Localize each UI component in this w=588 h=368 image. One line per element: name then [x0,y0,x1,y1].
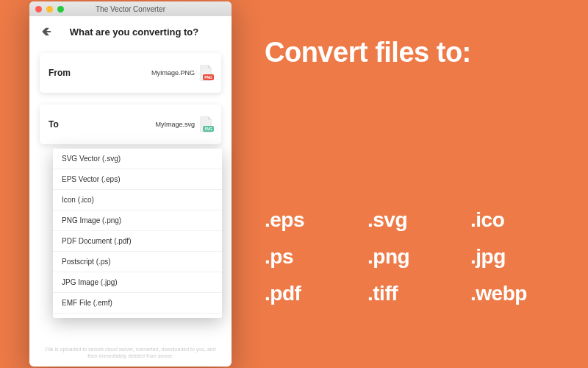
dropdown-item[interactable]: Postscript (.ps) [53,252,222,272]
to-label: To [49,119,59,130]
dropdown-item[interactable]: PDF Document (.pdf) [53,231,222,252]
to-value: MyImage.svg SVG [155,116,212,132]
dropdown-item[interactable]: EMF File (.emf) [53,293,222,314]
titlebar: The Vector Converter [29,1,232,16]
file-icon: PNG [199,65,212,81]
window-title: The Vector Converter [29,5,232,13]
dropdown-item[interactable]: EPS Vector (.eps) [53,169,222,190]
format-dropdown: SVG Vector (.svg) EPS Vector (.eps) Icon… [53,149,222,318]
dropdown-item[interactable]: JPG Image (.jpg) [53,272,222,293]
format-label: .webp [470,282,566,305]
back-arrow-icon[interactable] [40,25,53,38]
format-label: .svg [368,208,463,232]
dropdown-item[interactable]: Icon (.ico) [53,190,222,210]
format-label: .tiff [368,282,463,305]
format-label: .ico [470,208,566,232]
format-label: .eps [265,208,360,232]
format-label: .png [368,245,463,269]
disclaimer-text: File is uploaded to secure cloud server,… [40,346,221,359]
app-window: The Vector Converter What are you conver… [29,1,232,367]
png-badge: PNG [203,74,214,80]
format-label: .pdf [265,282,360,305]
app-body: What are you converting to? From MyImage… [29,16,232,367]
formats-grid: .eps .svg .ico .ps .png .jpg .pdf .tiff … [265,208,566,305]
promo-panel: Convert files to: .eps .svg .ico .ps .pn… [265,37,566,305]
from-label: From [49,68,71,78]
promo-title: Convert files to: [265,37,566,68]
header-row: What are you converting to? [40,25,221,38]
file-icon: SVG [199,116,212,132]
format-label: .jpg [470,245,566,269]
from-filename: MyImage.PNG [151,69,195,77]
dropdown-item[interactable]: SVG Vector (.svg) [53,149,222,169]
to-filename: MyImage.svg [155,121,195,128]
page-title: What are you converting to? [60,26,221,38]
from-card[interactable]: From MyImage.PNG PNG [40,53,221,93]
to-card[interactable]: To MyImage.svg SVG [40,105,221,144]
format-label: .ps [265,245,360,269]
dropdown-item[interactable]: WMF File (.wmf) [53,314,222,318]
from-value: MyImage.PNG PNG [151,65,212,81]
dropdown-item[interactable]: PNG Image (.png) [53,210,222,231]
svg-badge: SVG [203,126,214,132]
